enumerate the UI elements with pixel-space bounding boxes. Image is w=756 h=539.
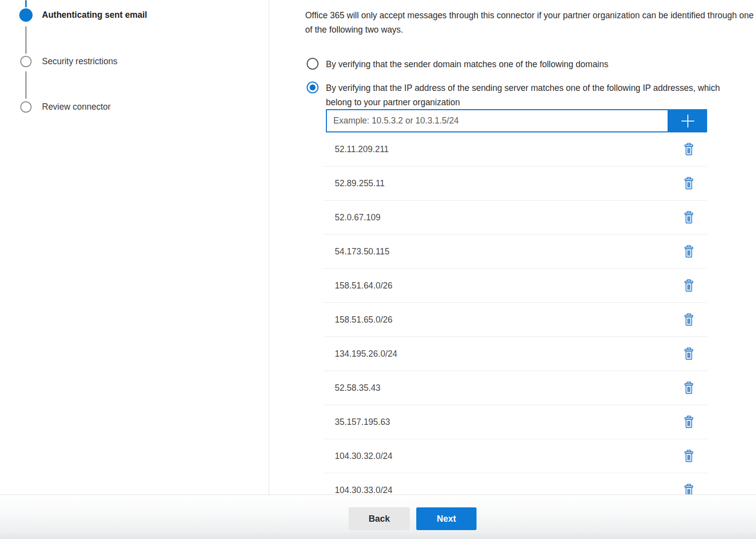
ip-row: 35.157.195.63 [324, 405, 707, 439]
radio-option-label: By verifying that the sender domain matc… [326, 57, 730, 72]
ip-row: 54.173.50.115 [324, 235, 707, 269]
back-button[interactable]: Back [349, 507, 410, 530]
delete-ip-button[interactable] [682, 346, 695, 361]
step-circle-icon [20, 101, 32, 113]
step-label: Security restrictions [42, 56, 118, 67]
ip-address-value: 52.11.209.211 [335, 144, 389, 155]
ip-address-value: 52.0.67.109 [335, 212, 380, 223]
trash-icon [683, 279, 694, 292]
ip-address-value: 104.30.33.0/24 [335, 485, 393, 495]
ip-row: 52.0.67.109 [324, 201, 707, 235]
trash-icon [683, 381, 694, 394]
ip-address-input[interactable] [326, 109, 669, 132]
delete-ip-button[interactable] [682, 244, 695, 259]
stepper-connector-line [25, 71, 27, 99]
delete-ip-button[interactable] [682, 312, 695, 327]
ip-row: 158.51.65.0/26 [324, 303, 707, 337]
ip-address-value: 35.157.195.63 [335, 417, 390, 427]
add-ip-button[interactable] [669, 109, 707, 132]
trash-icon [683, 347, 694, 360]
ip-row: 52.89.255.11 [324, 166, 707, 201]
trash-icon [683, 313, 694, 326]
ip-address-value: 134.195.26.0/24 [335, 349, 398, 359]
trash-icon [683, 415, 694, 428]
stepper-step-review-connector: Review connector [0, 101, 269, 113]
radio-option-ip-address[interactable]: By verifying that the IP address of the … [305, 81, 730, 109]
step-current-dot-icon [19, 8, 33, 22]
trash-icon [683, 177, 694, 190]
wizard-footer: Back Next [0, 495, 756, 533]
plus-icon [680, 113, 696, 129]
radio-button-icon[interactable] [307, 82, 318, 93]
ip-address-value: 54.173.50.115 [335, 247, 390, 257]
ip-entry-row [326, 109, 707, 132]
delete-ip-button[interactable] [682, 415, 695, 429]
panel-description: Office 365 will only accept messages thr… [305, 8, 756, 37]
next-button[interactable]: Next [416, 507, 477, 530]
trash-icon [683, 484, 694, 495]
bottom-edge-strip [0, 533, 756, 539]
delete-ip-button[interactable] [682, 449, 695, 463]
radio-button-icon[interactable] [307, 58, 318, 70]
delete-ip-button[interactable] [682, 210, 695, 225]
stepper-connector-line-completed [25, 0, 27, 7]
ip-row: 104.30.33.0/24 [324, 473, 707, 495]
delete-ip-button[interactable] [682, 142, 695, 157]
ip-address-value: 158.51.64.0/26 [335, 281, 393, 291]
step-label: Review connector [42, 102, 111, 112]
step-circle-icon [20, 56, 32, 67]
ip-row: 158.51.64.0/26 [324, 269, 707, 303]
trash-icon [683, 211, 694, 224]
trash-icon [683, 450, 694, 462]
delete-ip-button[interactable] [682, 176, 695, 191]
stepper-connector-line [25, 26, 27, 54]
ip-row: 52.11.209.211 [324, 132, 707, 166]
ip-row: 52.58.35.43 [324, 371, 707, 405]
authenticating-sent-email-panel: Office 365 will only accept messages thr… [305, 0, 756, 495]
ip-row: 134.195.26.0/24 [324, 337, 707, 371]
ip-address-value: 104.30.32.0/24 [335, 451, 393, 461]
step-label-current: Authenticating sent email [42, 10, 147, 20]
stepper-step-security-restrictions: Security restrictions [0, 56, 269, 68]
delete-ip-button[interactable] [682, 278, 695, 293]
wizard-stepper-sidebar: Authenticating sent email Security restr… [0, 0, 269, 495]
ip-address-value: 158.51.65.0/26 [335, 315, 393, 325]
ip-address-value: 52.89.255.11 [335, 178, 385, 189]
trash-icon [683, 245, 694, 258]
delete-ip-button[interactable] [682, 483, 695, 495]
ip-address-value: 52.58.35.43 [335, 383, 380, 393]
ip-address-list: 52.11.209.211 52.89.255.11 [324, 132, 707, 495]
ip-row: 104.30.32.0/24 [324, 439, 707, 473]
radio-option-label: By verifying that the IP address of the … [326, 81, 731, 109]
delete-ip-button[interactable] [682, 380, 695, 395]
radio-option-sender-domain[interactable]: By verifying that the sender domain matc… [305, 57, 730, 72]
trash-icon [683, 143, 694, 156]
